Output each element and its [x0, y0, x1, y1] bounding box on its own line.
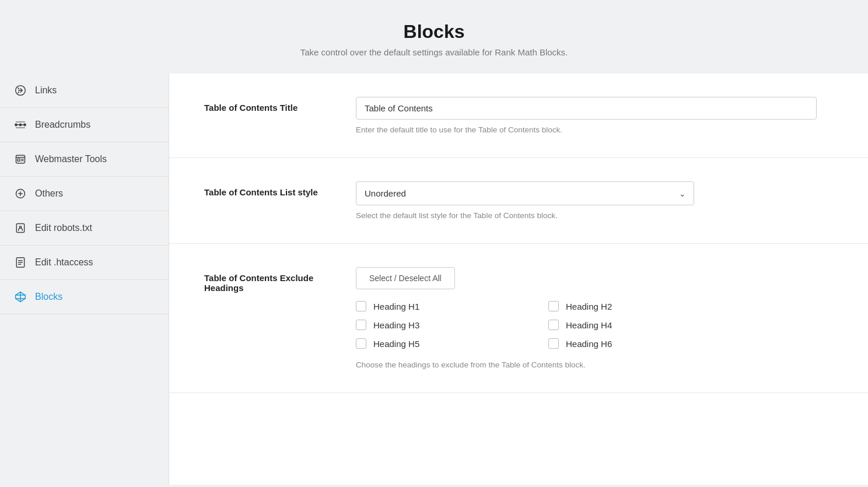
breadcrumbs-icon [14, 118, 27, 131]
toc-list-style-label: Table of Contents List style [204, 181, 332, 197]
sidebar: Links Breadcrumbs [0, 73, 169, 485]
page-subtitle: Take control over the default settings a… [0, 47, 868, 57]
toc-list-style-hint: Select the default list style for the Ta… [356, 211, 833, 220]
heading-h4-label: Heading H4 [566, 320, 612, 330]
heading-h6-label: Heading H6 [566, 339, 612, 349]
sidebar-item-breadcrumbs-label: Breadcrumbs [35, 120, 90, 130]
links-icon [14, 84, 27, 97]
heading-h6-checkbox[interactable] [548, 338, 559, 349]
heading-h2-row: Heading H2 [548, 301, 706, 311]
sidebar-item-others[interactable]: Others [0, 177, 169, 211]
sidebar-item-links-label: Links [35, 85, 57, 96]
sidebar-item-robots[interactable]: Edit robots.txt [0, 211, 169, 246]
heading-h3-checkbox[interactable] [356, 320, 366, 330]
others-icon [14, 187, 27, 200]
sidebar-item-others-label: Others [35, 188, 63, 199]
sidebar-item-blocks-label: Blocks [35, 292, 62, 302]
page-title: Blocks [0, 21, 868, 43]
heading-h5-checkbox[interactable] [356, 338, 366, 349]
heading-h1-row: Heading H1 [356, 301, 513, 311]
toc-exclude-hint: Choose the headings to exclude from the … [356, 360, 833, 369]
heading-h5-row: Heading H5 [356, 338, 513, 349]
toc-title-row: Table of Contents Title Enter the defaul… [204, 97, 833, 134]
headings-grid: Heading H1 Heading H2 Heading H3 [356, 301, 706, 349]
heading-h2-label: Heading H2 [566, 302, 612, 311]
robots-icon [14, 222, 27, 234]
toc-list-style-wrapper: Unordered Ordered None ⌄ [356, 181, 694, 205]
toc-title-input[interactable] [356, 97, 817, 120]
heading-h5-label: Heading H5 [373, 339, 419, 349]
heading-h4-row: Heading H4 [548, 320, 706, 330]
sidebar-item-robots-label: Edit robots.txt [35, 223, 92, 233]
toc-list-style-section: Table of Contents List style Unordered O… [169, 158, 868, 244]
toc-exclude-row: Table of Contents Exclude Headings Selec… [204, 267, 833, 369]
heading-h1-label: Heading H1 [373, 302, 419, 311]
heading-h4-checkbox[interactable] [548, 320, 559, 330]
sidebar-item-blocks[interactable]: Blocks [0, 280, 169, 314]
layout: Links Breadcrumbs [0, 73, 868, 485]
svg-point-3 [19, 124, 21, 125]
sidebar-item-htaccess-label: Edit .htaccess [35, 257, 93, 268]
svg-point-2 [15, 124, 17, 125]
sidebar-item-webmaster-label: Webmaster Tools [35, 154, 107, 164]
svg-point-4 [24, 124, 26, 125]
toc-list-style-select[interactable]: Unordered Ordered None [356, 181, 694, 205]
webmaster-icon [14, 153, 27, 166]
toc-list-style-row: Table of Contents List style Unordered O… [204, 181, 833, 220]
page-header: Blocks Take control over the default set… [0, 0, 868, 73]
heading-h3-label: Heading H3 [373, 320, 419, 330]
sidebar-item-links[interactable]: Links [0, 73, 169, 108]
main-content: Table of Contents Title Enter the defaul… [169, 73, 868, 485]
toc-exclude-section: Table of Contents Exclude Headings Selec… [169, 244, 868, 393]
sidebar-item-breadcrumbs[interactable]: Breadcrumbs [0, 108, 169, 142]
heading-h3-row: Heading H3 [356, 320, 513, 330]
heading-h6-row: Heading H6 [548, 338, 706, 349]
htaccess-icon [14, 256, 27, 269]
sidebar-item-webmaster-tools[interactable]: Webmaster Tools [0, 142, 169, 177]
svg-rect-6 [18, 159, 20, 161]
heading-h2-checkbox[interactable] [548, 301, 559, 311]
blocks-icon [14, 290, 27, 303]
heading-h1-checkbox[interactable] [356, 301, 366, 311]
toc-title-hint: Enter the default title to use for the T… [356, 125, 833, 134]
toc-exclude-content: Select / Deselect All Heading H1 Heading… [356, 267, 833, 369]
toc-exclude-label: Table of Contents Exclude Headings [204, 267, 332, 293]
toc-title-content: Enter the default title to use for the T… [356, 97, 833, 134]
toc-title-section: Table of Contents Title Enter the defaul… [169, 73, 868, 158]
toc-title-label: Table of Contents Title [204, 97, 332, 113]
toc-list-style-content: Unordered Ordered None ⌄ Select the defa… [356, 181, 833, 220]
select-deselect-all-button[interactable]: Select / Deselect All [356, 267, 455, 289]
sidebar-item-htaccess[interactable]: Edit .htaccess [0, 246, 169, 280]
